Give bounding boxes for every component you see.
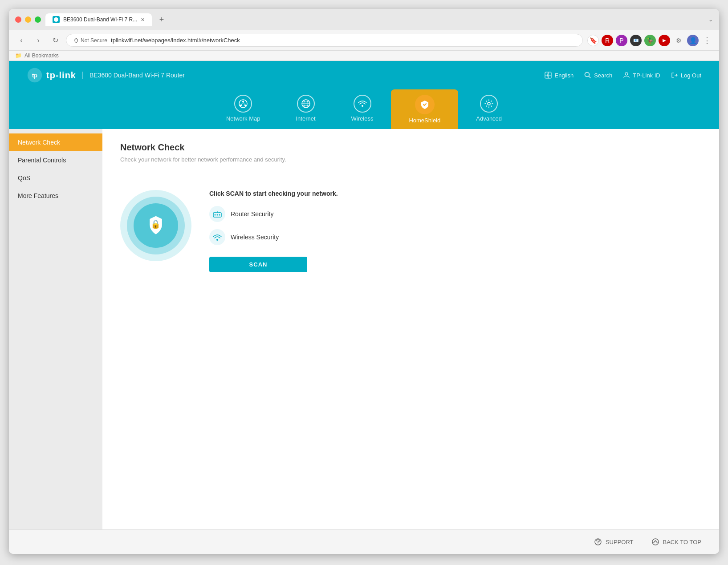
sidebar-item-qos[interactable]: QoS — [9, 169, 102, 187]
nav-item-network-map[interactable]: Network Map — [208, 89, 278, 129]
forward-button[interactable]: › — [32, 34, 45, 47]
svg-point-21 — [488, 102, 490, 105]
bookmarks-bar: 📁 All Bookmarks — [9, 51, 719, 61]
logout-icon — [671, 72, 678, 79]
bookmark-icon[interactable]: 🔖 — [587, 35, 599, 46]
expand-icon[interactable]: ⌄ — [708, 16, 713, 23]
internet-icon — [297, 95, 315, 113]
svg-text:tp: tp — [32, 73, 37, 79]
network-map-icon — [234, 95, 252, 113]
ext-icon-4[interactable]: 🦆 — [644, 35, 656, 46]
check-item-wireless-security: Wireless Security — [209, 229, 701, 245]
sidebar-item-parental-controls[interactable]: Parental Controls — [9, 151, 102, 169]
svg-line-6 — [589, 77, 591, 78]
scan-button-label: SCAN — [249, 261, 268, 268]
header-actions: English Search TP-Link ID Log Out — [545, 72, 701, 79]
svg-line-14 — [243, 102, 245, 105]
check-items: Click SCAN to start checking your networ… — [209, 190, 701, 272]
back-to-top-icon — [651, 538, 659, 546]
sidebar-more-features-label: More Features — [18, 192, 58, 199]
nav-item-internet[interactable]: Internet — [278, 89, 333, 129]
shield-graphic: 🔒 — [120, 190, 191, 261]
back-button[interactable]: ‹ — [15, 34, 28, 47]
internet-label: Internet — [296, 115, 315, 122]
nav-item-wireless[interactable]: Wireless — [333, 89, 391, 129]
page-subtitle: Check your network for better network pe… — [120, 156, 701, 172]
wireless-security-label: Wireless Security — [231, 234, 279, 241]
address-bar[interactable]: Not Secure tplinkwifi.net/webpages/index… — [66, 34, 583, 47]
bookmarks-icon: 📁 — [15, 52, 22, 59]
router-app: tp tp-link BE3600 Dual-Band Wi-Fi 7 Rout… — [9, 61, 719, 554]
scan-prompt: Click SCAN to start checking your networ… — [209, 190, 701, 197]
back-to-top-link[interactable]: BACK TO TOP — [651, 538, 701, 546]
sidebar-item-more-features[interactable]: More Features — [9, 187, 102, 205]
scan-button[interactable]: SCAN — [209, 257, 307, 272]
homeshield-icon-wrap — [415, 95, 435, 114]
reload-button[interactable]: ↻ — [49, 34, 61, 47]
active-tab[interactable]: BE3600 Dual-Band Wi-Fi 7 R... ✕ — [45, 13, 152, 26]
svg-text:🔒: 🔒 — [151, 219, 161, 229]
svg-point-12 — [244, 105, 246, 106]
tab-bar: BE3600 Dual-Band Wi-Fi 7 R... ✕ + — [45, 13, 704, 26]
maximize-button[interactable] — [35, 16, 41, 23]
check-body: 🔒 Click SCAN to start checking your netw… — [120, 186, 701, 272]
router-security-icon — [209, 206, 225, 222]
svg-line-13 — [241, 102, 243, 105]
profile-button[interactable]: 👤 — [687, 35, 699, 46]
support-icon — [594, 538, 602, 546]
page-title: Network Check — [120, 142, 701, 153]
menu-button[interactable]: ⋮ — [701, 35, 713, 46]
bookmarks-label: All Bookmarks — [24, 52, 59, 59]
sidebar: Network Check Parental Controls QoS More… — [9, 129, 102, 529]
traffic-lights — [15, 16, 41, 23]
svg-point-10 — [242, 101, 244, 102]
logout-label: Log Out — [681, 72, 701, 79]
ext-icon-2[interactable]: P — [616, 35, 627, 46]
browser-toolbar: ‹ › ↻ Not Secure tplinkwifi.net/webpages… — [9, 30, 719, 51]
tplink-id-label: TP-Link ID — [633, 72, 660, 79]
tab-title: BE3600 Dual-Band Wi-Fi 7 R... — [63, 16, 137, 23]
nav-bar: Network Map Internet Wireless — [27, 89, 701, 129]
browser-window: BE3600 Dual-Band Wi-Fi 7 R... ✕ + ⌄ ‹ › … — [9, 9, 719, 554]
ext-icon-3[interactable]: 📧 — [630, 35, 642, 46]
minimize-button[interactable] — [25, 16, 31, 23]
shield-ring-inner: 🔒 — [134, 203, 178, 248]
browser-titlebar: BE3600 Dual-Band Wi-Fi 7 R... ✕ + ⌄ — [9, 9, 719, 30]
main-layout: Network Check Parental Controls QoS More… — [9, 129, 719, 529]
nav-item-homeshield[interactable]: HomeShield — [391, 89, 458, 129]
tplink-id-button[interactable]: TP-Link ID — [623, 72, 660, 79]
sidebar-network-check-label: Network Check — [18, 139, 60, 146]
sidebar-qos-label: QoS — [18, 174, 30, 182]
sidebar-item-network-check[interactable]: Network Check — [9, 133, 102, 151]
tab-favicon — [53, 16, 60, 23]
tplink-logo: tp tp-link — [27, 67, 76, 83]
ext-icon-5[interactable]: ▶ — [659, 35, 670, 46]
advanced-icon — [480, 95, 498, 113]
extensions-button[interactable]: ⚙ — [673, 35, 684, 46]
security-indicator: Not Secure — [73, 37, 107, 44]
svg-point-33 — [652, 539, 659, 545]
check-item-router-security: Router Security — [209, 206, 701, 222]
close-button[interactable] — [15, 16, 21, 23]
nav-item-advanced[interactable]: Advanced — [458, 89, 520, 129]
toolbar-icons: 🔖 R P 📧 🦆 ▶ ⚙ 👤 ⋮ — [587, 35, 713, 46]
tab-close-icon[interactable]: ✕ — [141, 17, 145, 23]
svg-point-0 — [54, 17, 58, 22]
search-icon — [584, 72, 591, 79]
svg-point-27 — [215, 214, 216, 216]
search-button[interactable]: Search — [584, 72, 612, 79]
wireless-icon — [354, 95, 371, 113]
language-selector[interactable]: English — [545, 72, 573, 79]
ext-icon-1[interactable]: R — [602, 35, 613, 46]
device-name-label: BE3600 Dual-Band Wi-Fi 7 Router — [82, 72, 185, 79]
router-security-label: Router Security — [231, 210, 273, 218]
logo-text: tp-link — [46, 70, 76, 81]
new-tab-button[interactable]: + — [155, 13, 168, 26]
shield-icon: 🔒 — [145, 214, 167, 237]
logout-button[interactable]: Log Out — [671, 72, 701, 79]
advanced-label: Advanced — [476, 115, 502, 122]
wireless-security-icon — [209, 229, 225, 245]
svg-point-7 — [625, 73, 628, 75]
support-link[interactable]: SUPPORT — [594, 538, 634, 546]
language-icon — [545, 72, 552, 79]
